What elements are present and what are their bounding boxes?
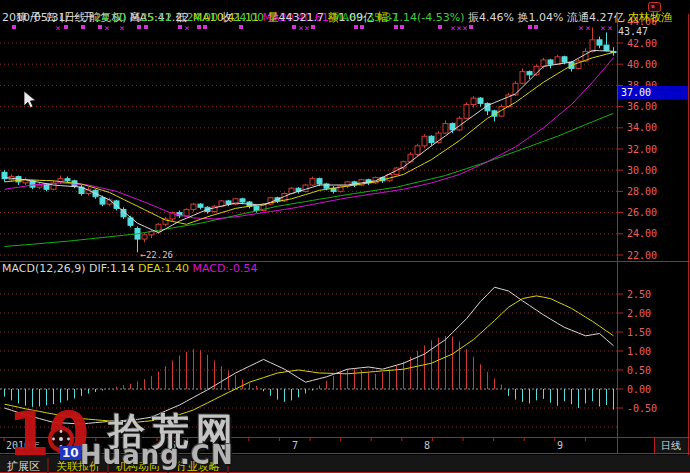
quote-info-segment: 额 [328, 11, 339, 24]
quote-info-segment: 换 [518, 11, 529, 24]
macd-header-segment: MACD(12,26,9) [2, 262, 89, 275]
tab-1[interactable]: 扩展区 [0, 458, 49, 473]
tab-3[interactable]: 机构动向 [109, 458, 169, 473]
signal-square-marker [528, 25, 532, 29]
svg-text:30.00: 30.00 [627, 165, 657, 176]
candle [541, 60, 546, 66]
signal-x-marker: × [585, 23, 590, 33]
candle [415, 146, 420, 154]
quote-info-segment: 收 [222, 11, 233, 24]
candle [44, 184, 49, 189]
quote-info-segment: 24.00 [233, 11, 268, 24]
signal-x-marker: × [462, 23, 467, 33]
quote-info-segment: 幅 [378, 11, 389, 24]
candle [471, 98, 476, 104]
signal-square-marker [534, 25, 538, 29]
quote-info-segment: 流通 [567, 11, 589, 24]
svg-text:-0.50: -0.50 [627, 403, 657, 414]
candle [226, 201, 231, 204]
quote-info-segment: 高 [130, 11, 141, 24]
quote-info-segment: 25.12 [141, 11, 176, 24]
svg-text:34.00: 34.00 [627, 122, 657, 133]
candle [597, 40, 602, 45]
candle [464, 104, 469, 118]
quote-info-segment: 24.90 [95, 11, 130, 24]
mouse-pointer-icon [24, 91, 36, 108]
candle [184, 209, 189, 215]
signal-x-marker: × [607, 23, 612, 33]
svg-text:1.50: 1.50 [627, 327, 651, 338]
svg-text:36.00: 36.00 [627, 101, 657, 112]
candle [555, 57, 560, 64]
candle [478, 98, 483, 103]
quote-info-segment: -1.14(-4.53%) [389, 11, 468, 24]
candle [548, 60, 553, 64]
svg-text:2.50: 2.50 [627, 289, 651, 300]
quote-info-segment: 4.46% [479, 11, 517, 24]
candle [310, 179, 315, 185]
signal-square-marker [438, 25, 442, 29]
quote-info-segment: 低 [176, 11, 187, 24]
candle [254, 206, 259, 210]
quote-info-segment: 振 [468, 11, 479, 24]
svg-text:26.00: 26.00 [627, 207, 657, 218]
candle [429, 136, 434, 142]
time-axis-label: 9 [557, 440, 563, 451]
tab-4[interactable]: 行业攻略 [169, 458, 229, 473]
quote-info-segment: 2010/05/31/一 [2, 11, 84, 24]
bottom-tab-bar: 扩展区关联报价机构动向行业攻略 [0, 455, 690, 472]
macd-header-segment: DIF:1.14 [89, 262, 138, 275]
candle [100, 198, 105, 204]
macd-panel [0, 287, 617, 427]
quote-info-segment: 开 [84, 11, 95, 24]
chart-canvas[interactable]: ←22.2643.47 44.0042.0040.0038.0036.0034.… [0, 0, 690, 473]
svg-text:24.00: 24.00 [627, 228, 657, 239]
candle [562, 57, 567, 62]
candle [317, 179, 322, 184]
macd-header-segment: MACD:-0.54 [192, 262, 257, 275]
svg-text:43.47: 43.47 [618, 26, 648, 37]
quote-info-segment: 1.09亿 [339, 11, 378, 24]
candle [142, 235, 147, 239]
svg-text:32.00: 32.00 [627, 144, 657, 155]
svg-text:40.00: 40.00 [627, 59, 657, 70]
signal-x-marker: × [578, 23, 583, 33]
candle [527, 72, 532, 75]
svg-text:←22.26: ←22.26 [141, 250, 174, 260]
candle [198, 204, 203, 207]
time-axis-label: 7 [292, 440, 298, 451]
time-axis-label: 8 [424, 440, 430, 451]
quote-info-segment: 1.04% [529, 11, 567, 24]
signal-square-marker [469, 25, 473, 29]
tab-2[interactable]: 关联报价 [49, 458, 109, 473]
time-axis-label: 6 [170, 440, 176, 451]
time-axis-label: 2010年 [6, 440, 40, 451]
candle [422, 136, 427, 146]
svg-text:0.50: 0.50 [627, 365, 651, 376]
candle [520, 72, 525, 84]
candle [590, 40, 595, 52]
trading-app-window: ←22.2643.47 44.0042.0040.0038.0036.0034.… [0, 0, 690, 473]
svg-text:22.00: 22.00 [627, 250, 657, 261]
signal-x-marker: × [456, 23, 461, 33]
quote-info-segment: 4.27亿 [589, 11, 628, 24]
quote-info-segment: 量 [268, 11, 279, 24]
svg-text:42.00: 42.00 [627, 38, 657, 49]
candle [303, 185, 308, 191]
quote-info-bar: 2010/05/31/一 开24.90 高25.12 低24.00 收24.00… [2, 12, 672, 24]
candle [604, 45, 609, 50]
macd-indicator-header[interactable]: MACD(12,26,9) DIF:1.14 DEA:1.40 MACD:-0.… [2, 263, 258, 275]
quote-info-segment: 24.00 [187, 11, 222, 24]
svg-text:28.00: 28.00 [627, 186, 657, 197]
svg-text:0.00: 0.00 [627, 384, 651, 395]
svg-text:1.00: 1.00 [627, 346, 651, 357]
candle [513, 83, 518, 95]
signal-x-marker: × [600, 23, 605, 33]
candle [443, 124, 448, 134]
candle [191, 204, 196, 209]
quote-info-segment: 44321.7 [279, 11, 328, 24]
candle [37, 185, 42, 187]
signal-square-marker [400, 25, 404, 29]
svg-text:2.00: 2.00 [627, 308, 651, 319]
svg-text:37.00: 37.00 [621, 87, 651, 98]
